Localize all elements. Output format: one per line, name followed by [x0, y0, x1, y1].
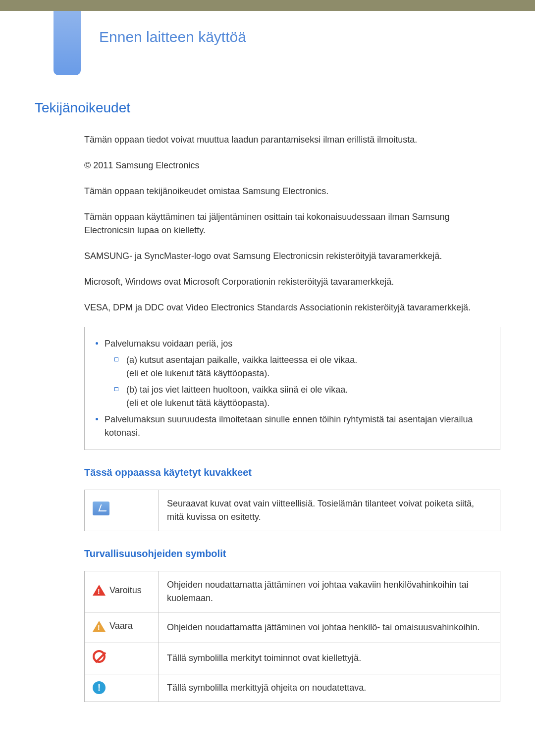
body-paragraph: Microsoft, Windows ovat Microsoft Corpor… — [84, 275, 500, 289]
fee-subitem-text: (eli et ole lukenut tätä käyttöopasta). — [126, 398, 269, 408]
service-fee-box: Palvelumaksu voidaan periä, jos (a) kuts… — [84, 327, 500, 450]
fee-subitem-text: (eli et ole lukenut tätä käyttöopasta). — [126, 368, 269, 378]
fee-item: Palvelumaksun suuruudesta ilmoitetaan si… — [94, 413, 491, 440]
fee-subitem: (a) kutsut asentajan paikalle, vaikka la… — [105, 353, 491, 380]
notice-description: Tällä symbolilla merkittyjä ohjeita on n… — [159, 674, 500, 702]
table-row: Tällä symbolilla merkityt toiminnot ovat… — [85, 643, 500, 674]
table-row: Seuraavat kuvat ovat vain viitteellisiä.… — [85, 490, 500, 531]
safety-symbols-table: Varoitus Ohjeiden noudattamatta jättämin… — [84, 571, 500, 702]
icon-cell — [85, 490, 159, 531]
body-paragraph: SAMSUNG- ja SyncMaster-logo ovat Samsung… — [84, 250, 500, 263]
notice-icon: ! — [93, 681, 106, 694]
table-row: Varoitus Ohjeiden noudattamatta jättämin… — [85, 571, 500, 612]
body-paragraph: © 2011 Samsung Electronics — [84, 159, 500, 172]
icon-description: Seuraavat kuvat ovat vain viitteellisiä.… — [159, 490, 500, 531]
body-paragraph: Tämän oppaan käyttäminen tai jäljentämin… — [84, 210, 500, 237]
fee-subitem-text: (a) kutsut asentajan paikalle, vaikka la… — [126, 355, 357, 365]
icon-cell — [85, 643, 159, 674]
icon-cell: Vaara — [85, 612, 159, 643]
warning-label: Varoitus — [109, 584, 142, 597]
prohibit-description: Tällä symbolilla merkityt toiminnot ovat… — [159, 643, 500, 674]
table-row: Vaara Ohjeiden noudattamatta jättäminen … — [85, 612, 500, 643]
note-icon — [93, 502, 109, 515]
warning-description: Ohjeiden noudattamatta jättäminen voi jo… — [159, 571, 500, 612]
icons-table: Seuraavat kuvat ovat vain viitteellisiä.… — [84, 490, 500, 531]
section-title: Tekijänoikeudet — [35, 98, 500, 118]
page-content: Tekijänoikeudet Tämän oppaan tiedot voiv… — [0, 98, 535, 756]
icons-heading: Tässä oppaassa käytetyt kuvakkeet — [84, 465, 500, 480]
caution-description: Ohjeiden noudattamatta jättäminen voi jo… — [159, 612, 500, 643]
caution-triangle-icon — [93, 621, 106, 632]
warning-triangle-icon — [93, 585, 106, 596]
table-row: ! Tällä symbolilla merkittyjä ohjeita on… — [85, 674, 500, 702]
top-bar — [0, 0, 535, 11]
icon-cell: ! — [85, 674, 159, 702]
chapter-title: Ennen laitteen käyttöä — [99, 26, 535, 48]
body-paragraph: Tämän oppaan tekijänoikeudet omistaa Sam… — [84, 185, 500, 198]
chapter-tab — [54, 11, 81, 75]
fee-item: Palvelumaksu voidaan periä, jos — [94, 337, 491, 351]
fee-subitem: (b) tai jos viet laitteen huoltoon, vaik… — [105, 383, 491, 410]
page-header: Ennen laitteen käyttöä — [0, 11, 535, 68]
caution-label: Vaara — [109, 619, 133, 633]
fee-subitem-text: (b) tai jos viet laitteen huoltoon, vaik… — [126, 385, 348, 395]
prohibit-icon — [93, 650, 106, 663]
safety-heading: Turvallisuusohjeiden symbolit — [84, 546, 500, 561]
body-paragraph: VESA, DPM ja DDC ovat Video Electronics … — [84, 301, 500, 314]
body-paragraph: Tämän oppaan tiedot voivat muuttua laadu… — [84, 133, 500, 147]
icon-cell: Varoitus — [85, 571, 159, 612]
